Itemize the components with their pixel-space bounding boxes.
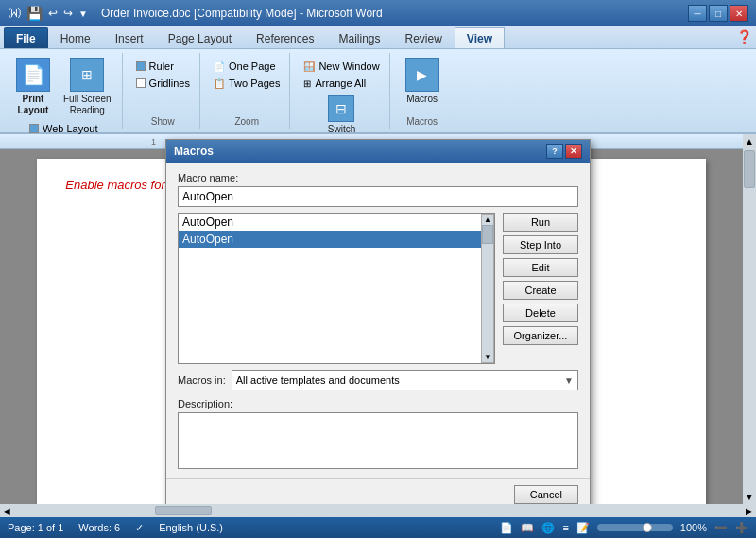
proofing-icon[interactable]: ✓ [135, 522, 144, 534]
description-box[interactable] [178, 412, 578, 469]
tab-file[interactable]: File [4, 27, 48, 48]
macros-in-select[interactable]: All active templates and documents ▼ [232, 370, 578, 390]
macros-in-row: Macros in: All active templates and docu… [178, 370, 578, 390]
macros-in-value: All active templates and documents [236, 374, 400, 386]
macro-name-input[interactable] [178, 186, 578, 207]
language[interactable]: English (U.S.) [159, 522, 223, 533]
dialog-title: Macros [174, 145, 214, 158]
macros-group: ▶ Macros Macros [394, 53, 451, 129]
print-layout-button[interactable]: 📄 PrintLayout [11, 55, 55, 119]
full-screen-icon: ⊞ [70, 58, 104, 92]
macro-name-label: Macro name: [178, 172, 578, 183]
dialog-close-button[interactable]: ✕ [565, 144, 582, 159]
macros-dialog: Macros ? ✕ Macro name: AutoO [165, 139, 591, 504]
zoom-thumb[interactable] [643, 523, 652, 532]
zoom-slider[interactable] [597, 524, 673, 531]
window-group: 🪟 New Window ⊞ Arrange All ⊟ SwitchWindo… [294, 53, 389, 129]
scroll-up-arrow[interactable]: ▲ [482, 215, 493, 225]
quick-access-menu[interactable]: ▼ [78, 9, 88, 19]
view-draft-icon[interactable]: 📝 [576, 522, 590, 534]
ruler-label: Ruler [149, 61, 174, 72]
print-layout-icon: 📄 [16, 58, 50, 92]
macro-item-autoopen-1[interactable]: AutoOpen [179, 214, 481, 231]
ruler-button[interactable]: Ruler [132, 59, 194, 74]
organizer-button[interactable]: Organizer... [503, 326, 578, 345]
quick-access-redo[interactable]: ↪ [63, 7, 73, 20]
full-screen-reading-button[interactable]: ⊞ Full ScreenReading [59, 55, 116, 119]
show-group: Ruler Gridlines Show [127, 53, 200, 129]
create-button[interactable]: Create [503, 281, 578, 300]
dialog-footer: Cancel [166, 478, 590, 504]
macro-list[interactable]: AutoOpen AutoOpen [179, 214, 481, 364]
tab-insert[interactable]: Insert [103, 27, 156, 48]
macros-in-label: Macros in: [178, 374, 226, 386]
zoom-label: Zoom [234, 116, 259, 127]
show-label: Show [151, 116, 175, 127]
tab-home[interactable]: Home [48, 27, 103, 48]
main-area: 1 2 3 4 5 6 Enable macros for a clea Mac… [0, 134, 756, 504]
new-window-button[interactable]: 🪟 New Window [300, 59, 383, 74]
scroll-thumb[interactable] [482, 225, 493, 244]
tab-references[interactable]: References [244, 27, 326, 48]
title-bar-left: 🄦 💾 ↩ ↪ ▼ Order Invoice.doc [Compatibili… [8, 6, 383, 21]
select-arrow-icon: ▼ [564, 375, 574, 386]
run-button[interactable]: Run [503, 213, 578, 232]
zoom-percentage[interactable]: 100% [680, 522, 707, 533]
two-pages-button[interactable]: 📋 Two Pages [210, 76, 284, 91]
gridlines-label: Gridlines [149, 78, 190, 89]
arrange-all-icon: ⊞ [303, 78, 311, 89]
view-reading-icon[interactable]: 📖 [521, 522, 534, 534]
macro-action-buttons: Run Step Into Edit Create Delete Organiz… [503, 213, 578, 364]
ribbon: 📄 PrintLayout ⊞ Full ScreenReading Web L… [0, 49, 756, 134]
ribbon-help[interactable]: ❓ [736, 29, 752, 44]
web-layout-label: Web Layout [43, 123, 98, 134]
app-icon: 🄦 [8, 6, 21, 21]
step-into-button[interactable]: Step Into [503, 235, 578, 254]
maximize-button[interactable]: □ [709, 5, 728, 22]
scroll-thumb-v[interactable] [744, 150, 755, 188]
scroll-right-button[interactable]: ▶ [743, 506, 756, 516]
tab-page-layout[interactable]: Page Layout [156, 27, 244, 48]
document-area: 1 2 3 4 5 6 Enable macros for a clea Mac… [0, 134, 743, 504]
scroll-thumb-h[interactable] [155, 506, 212, 515]
vertical-scrollbar[interactable]: ▲ ▼ [743, 134, 756, 504]
cancel-button[interactable]: Cancel [514, 485, 578, 504]
scroll-down-arrow[interactable]: ▼ [482, 352, 493, 362]
scroll-left-button[interactable]: ◀ [0, 506, 13, 516]
view-web-icon[interactable]: 🌐 [541, 522, 555, 534]
minimize-button[interactable]: ─ [688, 5, 707, 22]
arrange-all-button[interactable]: ⊞ Arrange All [300, 76, 383, 91]
view-outline-icon[interactable]: ≡ [562, 522, 568, 533]
title-bar: 🄦 💾 ↩ ↪ ▼ Order Invoice.doc [Compatibili… [0, 0, 756, 26]
macro-list-wrapper: AutoOpen AutoOpen ▲ ▼ [178, 213, 495, 364]
scroll-down-button[interactable]: ▼ [743, 490, 756, 504]
tab-review[interactable]: Review [392, 27, 454, 48]
description-section: Description: [178, 398, 578, 469]
gridlines-button[interactable]: Gridlines [132, 76, 194, 91]
horizontal-scrollbar[interactable]: ◀ ▶ [0, 504, 756, 517]
zoom-in-button[interactable]: ➕ [735, 522, 748, 534]
edit-button[interactable]: Edit [503, 258, 578, 277]
two-pages-icon: 📋 [214, 78, 225, 89]
dialog-help-button[interactable]: ? [546, 144, 563, 159]
one-page-button[interactable]: 📄 One Page [210, 59, 284, 74]
zoom-out-button[interactable]: ➖ [714, 522, 728, 534]
scroll-up-button[interactable]: ▲ [743, 134, 756, 148]
tab-view[interactable]: View [455, 27, 505, 48]
macro-item-autoopen-2[interactable]: AutoOpen [179, 231, 481, 248]
macro-list-container: AutoOpen AutoOpen ▲ ▼ Run Step Into [178, 213, 578, 364]
web-layout-checkbox [29, 124, 39, 133]
quick-access-undo[interactable]: ↩ [48, 7, 58, 20]
zoom-group: 📄 One Page 📋 Two Pages Zoom [204, 53, 290, 129]
view-print-icon[interactable]: 📄 [500, 522, 513, 534]
macros-button[interactable]: ▶ Macros [401, 55, 444, 107]
tab-mailings[interactable]: Mailings [326, 27, 392, 48]
ribbon-tabs: File Home Insert Page Layout References … [0, 26, 756, 49]
new-window-icon: 🪟 [303, 61, 315, 72]
arrange-all-label: Arrange All [315, 78, 366, 89]
macro-list-scrollbar[interactable]: ▲ ▼ [481, 214, 494, 363]
delete-button[interactable]: Delete [503, 304, 578, 322]
close-button[interactable]: ✕ [730, 5, 748, 22]
quick-access-save[interactable]: 💾 [26, 6, 43, 21]
gridlines-checkbox [136, 78, 146, 88]
